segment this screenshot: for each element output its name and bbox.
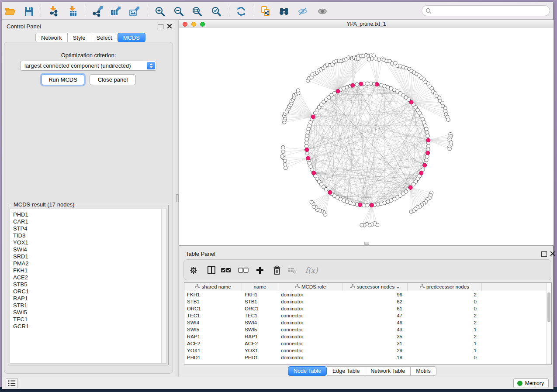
cell-name: SWI4 (242, 320, 278, 325)
table-row-ORC1[interactable]: ORC1ORC1dominator610 (184, 305, 551, 312)
column-header-name[interactable]: name (242, 283, 278, 291)
tab-node-table[interactable]: Node Table (288, 366, 327, 376)
show-columns-button[interactable] (206, 265, 217, 276)
tab-select[interactable]: Select (91, 33, 118, 42)
zoom-selected-button[interactable] (210, 5, 223, 18)
first-neighbors-button[interactable] (277, 5, 291, 18)
delete-column-button[interactable] (271, 265, 283, 276)
network-graph[interactable] (179, 28, 554, 245)
table-row-YOX1[interactable]: YOX1YOX1connector291 (184, 347, 551, 354)
panel-menu-button[interactable] (6, 378, 18, 388)
panel-splitter-vertical[interactable] (176, 20, 179, 377)
deselect-all-rows-button[interactable] (237, 265, 250, 276)
mcds-result-item[interactable]: ACE2 (13, 274, 161, 281)
network-canvas[interactable] (179, 28, 554, 245)
mcds-result-item[interactable]: STB1 (13, 302, 161, 309)
table-scrollbar[interactable] (547, 283, 551, 364)
mcds-result-item[interactable]: CAR1 (13, 218, 161, 225)
import-network-button[interactable] (47, 5, 60, 18)
cell-successor_nodes: 46 (343, 320, 408, 325)
search-icon (426, 8, 432, 14)
scrollbar-thumb[interactable] (547, 292, 550, 322)
save-session-button[interactable] (22, 5, 35, 18)
table-row-TEC1[interactable]: TEC1TEC1connector472 (184, 312, 551, 319)
mcds-result-item[interactable]: PHD1 (13, 211, 161, 218)
mcds-result-item[interactable]: TEC1 (13, 316, 161, 323)
mcds-result-item[interactable]: PMA2 (13, 260, 161, 267)
table-row-FKH1[interactable]: FKH1FKH1dominator962 (184, 291, 551, 298)
cell-name: ORC1 (242, 306, 278, 311)
mcds-result-item[interactable]: SWI5 (13, 309, 161, 316)
column-header-MCDS-role[interactable]: MCDS role (278, 283, 343, 291)
clone-network-button[interactable] (259, 5, 272, 18)
float-panel-icon[interactable] (158, 24, 163, 29)
export-table-icon (110, 6, 121, 17)
table-row-SWI4[interactable]: SWI4SWI4dominator462 (184, 319, 551, 326)
table-row-RAP1[interactable]: RAP1RAP1dominator352 (184, 333, 551, 340)
float-panel-icon[interactable] (541, 251, 547, 257)
mcds-result-item[interactable]: RAP1 (13, 295, 161, 302)
search-input[interactable] (434, 7, 546, 14)
export-image-button[interactable] (128, 5, 141, 18)
table-row-PHD1[interactable]: PHD1PHD1dominator180 (184, 354, 551, 361)
cell-successor_nodes: 61 (343, 306, 408, 311)
cytoscape-window: Control Panel NetworkStyleSelectMCDS Opt… (2, 2, 554, 389)
refresh-view-button[interactable] (235, 5, 248, 18)
tab-edge-table[interactable]: Edge Table (327, 366, 365, 376)
tab-mcds[interactable]: MCDS (118, 33, 145, 42)
open-session-button[interactable] (3, 5, 17, 18)
mcds-result-item[interactable]: FKH1 (13, 267, 161, 274)
table-row-ACE2[interactable]: ACE2ACE2connector311 (184, 340, 551, 347)
tab-network-table[interactable]: Network Table (365, 366, 410, 376)
mcds-result-item[interactable]: TID3 (13, 232, 161, 239)
column-header-predecessor-nodes[interactable]: predecessor nodes (408, 283, 482, 291)
column-header-successor-nodes[interactable]: successor nodes (343, 283, 408, 291)
toolbar-separator (85, 5, 85, 17)
memory-label: Memory (525, 380, 544, 386)
mcds-result-item[interactable]: STP4 (13, 225, 161, 232)
export-network-button[interactable] (91, 5, 104, 18)
memory-button[interactable]: Memory (513, 378, 549, 388)
hide-selected-button[interactable] (296, 5, 309, 18)
mcds-result-item[interactable]: SRD1 (13, 253, 161, 260)
mcds-result-scrollbar[interactable] (161, 209, 167, 364)
table-row-STB1[interactable]: STB1STB1dominator620 (184, 298, 551, 305)
table-options-button[interactable] (188, 265, 199, 276)
tab-motifs[interactable]: Motifs (410, 366, 436, 376)
close-panel-button[interactable]: Close panel (90, 74, 136, 85)
export-table-button[interactable] (109, 5, 122, 18)
cell-successor_nodes: 18 (343, 355, 408, 360)
select-all-rows-button[interactable] (220, 265, 233, 276)
plus-icon (255, 265, 265, 275)
cell-mcds_role: connector (278, 348, 343, 353)
zoom-in-button[interactable] (153, 5, 166, 18)
table-row-SWI5[interactable]: SWI5SWI5connector431 (184, 326, 551, 333)
cell-successor_nodes: 31 (343, 341, 408, 346)
create-column-button[interactable] (254, 265, 266, 276)
zoom-out-button[interactable] (172, 5, 185, 18)
table-toolbar: f(x) (183, 259, 551, 280)
mcds-result-item[interactable]: STB5 (13, 281, 161, 288)
splitter-grip-horizontal[interactable] (364, 242, 369, 245)
criterion-selected-value: largest connected component (undirected) (21, 62, 147, 69)
run-mcds-button[interactable]: Run MCDS (42, 74, 84, 85)
close-panel-icon[interactable] (167, 24, 172, 29)
cell-name: ACE2 (242, 341, 278, 346)
zoom-fit-button[interactable] (190, 5, 204, 18)
mcds-result-item[interactable]: ORC1 (13, 288, 161, 295)
criterion-select[interactable]: largest connected component (undirected) (20, 61, 156, 71)
tab-network[interactable]: Network (35, 33, 67, 42)
tab-style[interactable]: Style (67, 33, 91, 42)
mcds-result-item[interactable]: SWI4 (13, 246, 161, 253)
import-table-button[interactable] (66, 5, 80, 18)
toolbar-separator (229, 5, 229, 17)
save-icon (23, 6, 35, 17)
mcds-result-item[interactable]: GCR1 (13, 323, 161, 330)
mcds-result-list[interactable]: PHD1CAR1STP4TID3YOX1SWI4SRD1PMA2FKH1ACE2… (10, 209, 161, 364)
show-all-button[interactable] (316, 5, 329, 18)
mcds-tab-panel: Optimization criterion: largest connecte… (4, 42, 173, 374)
column-header-shared-name[interactable]: shared name (184, 283, 242, 291)
close-panel-icon[interactable] (550, 251, 555, 256)
mcds-result-item[interactable]: YOX1 (13, 239, 161, 246)
cell-name: RAP1 (242, 334, 278, 339)
